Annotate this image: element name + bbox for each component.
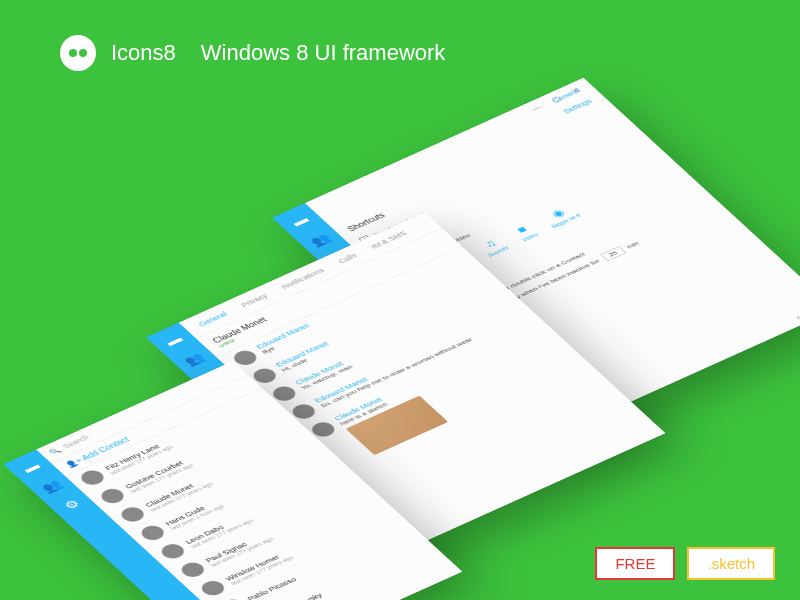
avatar: [117, 505, 148, 525]
free-badge[interactable]: FREE: [595, 547, 675, 580]
book-icon[interactable]: ▬: [160, 332, 188, 350]
image-attachment[interactable]: [346, 396, 448, 456]
clock: 6:19 PM: [795, 305, 800, 321]
people-icon[interactable]: 👥: [180, 350, 208, 368]
add-user-icon: 👤+: [63, 457, 84, 469]
tab-general[interactable]: General: [197, 311, 229, 328]
gear-icon[interactable]: ⚙: [58, 495, 86, 513]
book-icon[interactable]: ▬: [286, 212, 314, 230]
brand-name: Icons8: [111, 40, 176, 66]
cat-video[interactable]: ■Video: [510, 222, 539, 242]
search-icon: 🔍: [47, 447, 62, 456]
avatar: [97, 486, 128, 506]
isometric-scene: ▬ 👥 ⚙ General Settings Shortcuts ✓ Enabl…: [0, 56, 800, 600]
book-icon[interactable]: ▬: [17, 458, 45, 476]
people-icon[interactable]: 👥: [38, 477, 66, 495]
avatar: [249, 366, 280, 386]
avatar: [178, 560, 209, 580]
avatar: [198, 578, 229, 598]
avatar: [77, 468, 108, 488]
tab-privacy[interactable]: Privacy: [239, 292, 269, 308]
page-header: Icons8 Windows 8 UI framework: [60, 35, 445, 71]
sketch-badge[interactable]: .sketch: [687, 547, 775, 580]
download-badges: FREE .sketch: [595, 547, 775, 580]
people-icon[interactable]: 👥: [306, 230, 334, 248]
avatar: [288, 402, 319, 422]
tagline: Windows 8 UI framework: [201, 40, 446, 66]
cat-sounds[interactable]: ♫Sounds: [476, 235, 510, 257]
minutes-input[interactable]: 25: [600, 246, 626, 261]
avatar: [157, 541, 188, 561]
avatar: [137, 523, 168, 543]
icons8-logo: [60, 35, 96, 71]
